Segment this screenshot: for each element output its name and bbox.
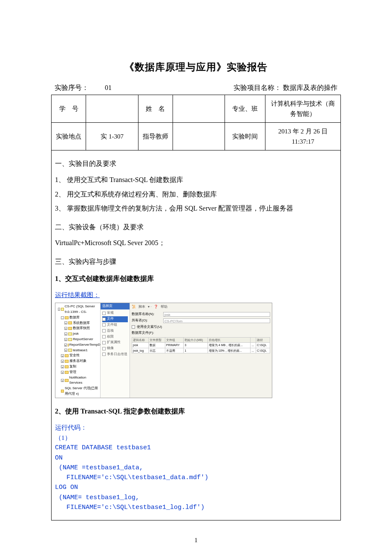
db-icon — [68, 338, 72, 341]
tree-item-label: 管理 — [69, 370, 76, 375]
dbname-label: 数据库名称(N): — [132, 312, 161, 317]
grid-row: jxsk 数据 PRIMARY 3 增量为 4 MB，增长的最... ... C… — [132, 343, 270, 348]
tree-expand-icon: - — [61, 316, 64, 319]
db-icon — [68, 344, 69, 347]
cell-student-id-label: 学 号 — [52, 95, 86, 123]
page-option: 镜像 — [102, 346, 128, 352]
cell-time-label: 实验时间 — [225, 123, 265, 150]
code-label: 运行代码： — [55, 422, 337, 433]
col-header: 路径 — [256, 338, 270, 343]
page-icon — [102, 335, 106, 338]
sql-code-block: CREATE DATABASE testbase1 ON (NAME =test… — [55, 443, 337, 512]
tree-item-label: testbase1 — [73, 348, 88, 353]
tree-item-label: 数据库快照 — [73, 326, 90, 331]
tree-item-label: ReportServerTempDB — [69, 342, 103, 348]
tree-item-label: jxsk — [73, 331, 79, 337]
page-icon — [102, 329, 106, 332]
tree-expand-icon: + — [61, 365, 64, 368]
cell-teacher-label: 指导教师 — [138, 123, 173, 150]
tree-expand-icon: + — [64, 332, 67, 335]
screenshot-label: 运行结果截图： — [55, 290, 337, 300]
tree-expand-icon: + — [64, 321, 67, 324]
tree-expand-icon: + — [64, 338, 67, 341]
tree-expand-icon: + — [64, 344, 67, 347]
table-row: 实验地点 实 1-307 指导教师 实验时间 2013 年 2 月 26 日 1… — [52, 123, 341, 150]
page-option: 事务日志传送 — [102, 352, 128, 358]
page-option: 权限 — [102, 334, 128, 340]
folder-icon — [65, 371, 69, 374]
table-row: 学 号 姓 名 专业、班 计算机科学与技术（商务智能） — [52, 95, 341, 123]
cell-location-label: 实验地点 — [52, 123, 86, 150]
tree-item-label: ReportServer — [73, 337, 93, 342]
folder-icon — [65, 354, 69, 357]
folder-icon — [65, 316, 69, 319]
code-sub: （1） — [55, 433, 337, 443]
cell-major-label: 专业、班 — [225, 95, 265, 123]
db-icon — [68, 349, 72, 352]
agent-icon — [61, 390, 64, 393]
tree-item-label: 安全性 — [69, 353, 80, 358]
col-header: 文件组 — [165, 338, 183, 343]
step-1-title: 1、交互式创建数据库创建数据库 — [55, 273, 337, 284]
col-header: 文件类型 — [148, 338, 165, 343]
folder-icon — [65, 365, 69, 368]
subheader: 实验序号： 01 实验项目名称： 数据库及表的操作 — [51, 82, 341, 93]
list-item: 3、 掌握数据库物理文件的复制方法，会用 SQL Server 配置管理器，停止… — [55, 203, 337, 214]
page-option: 文件组 — [102, 322, 128, 328]
section-3-title: 三、实验内容与步骤 — [55, 256, 337, 267]
page-icon — [102, 341, 106, 344]
page-icon — [102, 347, 106, 350]
properties-panel: 📜脚本 ▾ · ❓帮助 数据库名称(N): jxsk 所有者(O): CS-PC… — [130, 303, 272, 398]
tree-item-label: SQL Server 代理(已禁用代理 x) — [65, 386, 99, 397]
page-option-selected: 文件 — [102, 316, 128, 322]
tree-expand-icon: + — [61, 354, 64, 357]
tree-root: CS-PC (SQL Server 9.0.1399 - CS- — [65, 304, 99, 315]
page-option: 常规 — [102, 310, 128, 316]
env-text: VirtualPc+Microsoft SQL Sever 2005； — [55, 237, 337, 249]
list-item: 1、 使用交互式和 Transact-SQL 创建数据库 — [55, 174, 337, 185]
page-icon — [102, 323, 106, 327]
page-icon — [102, 312, 106, 315]
owner-label: 所有者(O): — [132, 318, 161, 324]
page-number: 1 — [51, 535, 341, 545]
cell-name — [173, 95, 225, 123]
info-table: 学 号 姓 名 专业、班 计算机科学与技术（商务智能） 实验地点 实 1-307… — [51, 95, 341, 150]
page-option: 扩展属性 — [102, 340, 128, 346]
tree-expand-icon: + — [64, 327, 67, 330]
cell-time: 2013 年 2 月 26 日 11:37:17 — [265, 123, 341, 150]
fulltext-checkbox — [132, 325, 135, 329]
col-header: 初始大小(MB) — [184, 338, 208, 343]
cell-major: 计算机科学与技术（商务智能） — [265, 95, 341, 123]
files-grid: 逻辑名称 文件类型 文件组 初始大小(MB) 自动增长 路径 jxsk 数据 P… — [132, 337, 270, 353]
page-icon — [102, 318, 106, 321]
proj-value: 数据库及表的操作 — [283, 84, 337, 91]
grid-row: jxsk_log 日志 不适用 1 增量为 10%，增长的最... ... C:… — [132, 348, 270, 353]
page-option: 选项 — [102, 328, 128, 334]
section-1-title: 一、实验目的及要求 — [55, 158, 337, 169]
server-icon — [61, 308, 63, 311]
col-header: 逻辑名称 — [132, 338, 149, 343]
proj-label: 实验项目名称： — [233, 84, 281, 91]
tree-item-label: 系统数据库 — [73, 321, 90, 326]
folder-icon — [68, 327, 72, 330]
page-icon — [102, 353, 106, 356]
col-header: 自动增长 — [208, 338, 250, 343]
seq-label: 实验序号： — [55, 84, 89, 91]
help-label: 帮助 — [161, 304, 167, 310]
cell-student-id — [86, 95, 138, 123]
object-explorer: -CS-PC (SQL Server 9.0.1399 - CS- -数据库 +… — [55, 303, 100, 398]
tree-expand-icon: + — [61, 379, 64, 382]
script-dropdown-icon: 📜 — [132, 304, 136, 310]
tree-expand-icon: + — [64, 349, 67, 352]
step-2-title: 2、使用 Transact-SQL 指定参数创建数据库 — [55, 406, 337, 417]
tree-item-label: 复制 — [69, 364, 76, 370]
cell-name-label: 姓 名 — [138, 95, 173, 123]
fulltext-label: 使用全文索引(U) — [137, 324, 162, 330]
tree-db-node: 数据库 — [69, 315, 80, 321]
content-section: 一、实验目的及要求 1、 使用交互式和 Transact-SQL 创建数据库 2… — [51, 150, 341, 520]
tree-item-label: Notification Services — [69, 375, 99, 386]
folder-icon — [65, 379, 69, 382]
cell-teacher — [173, 123, 225, 150]
owner-input: CS-PC\Tom — [163, 318, 270, 323]
embedded-screenshot: -CS-PC (SQL Server 9.0.1399 - CS- -数据库 +… — [55, 303, 272, 398]
